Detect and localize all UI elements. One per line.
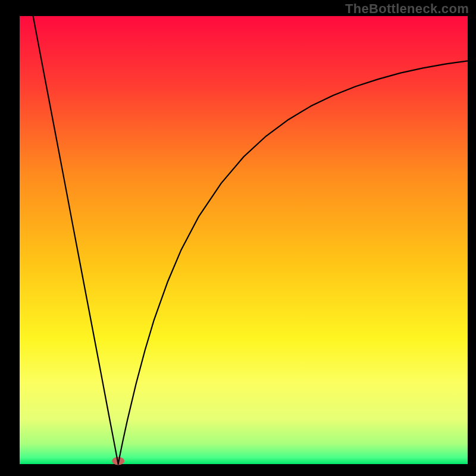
chart-frame: TheBottleneck.com (0, 0, 476, 476)
bottleneck-chart (0, 0, 476, 476)
watermark-text: TheBottleneck.com (345, 1, 469, 17)
plot-background (20, 16, 468, 464)
